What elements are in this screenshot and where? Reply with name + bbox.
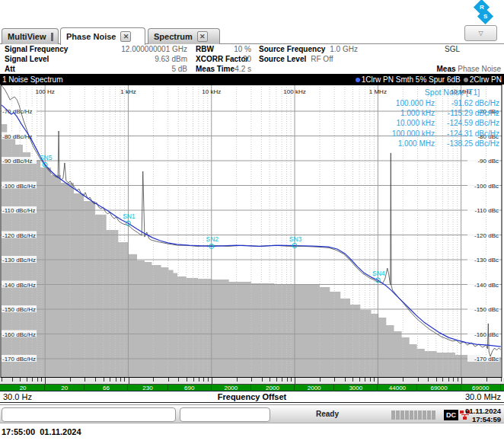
marker-label-SN1: SN1 xyxy=(123,212,136,220)
marker-label-SN3: SN3 xyxy=(289,235,302,243)
instrument-screen: R S ▽ MultiView Phase Noise ✕ Spectrum ✕… xyxy=(0,0,504,444)
y-axis-label-left: -100 dBc/Hz xyxy=(2,183,36,190)
subband-count: 3000 xyxy=(334,385,378,391)
tab-phase-noise-label: Phase Noise xyxy=(66,32,116,41)
trace2-legend[interactable]: 2Clrw PN xyxy=(470,75,502,84)
noise-spectrum-plot[interactable]: -70 dBc/Hz-70 dBc-80 dBc/Hz-80 dBc-90 dB… xyxy=(0,85,504,378)
subband-count: 20 xyxy=(2,385,45,391)
y-axis-label-left: -140 dBc/Hz xyxy=(2,282,36,289)
tab-spectrum[interactable]: Spectrum ✕ xyxy=(148,28,220,44)
y-axis-label-right: -100 dBc xyxy=(474,183,499,190)
xcorr-factor-value[interactable]: 20 xyxy=(217,54,251,64)
x-axis-strip: 30.0 Hz Frequency Offset 30.0 MHz xyxy=(0,391,504,403)
rohde-schwarz-logo-icon: R S xyxy=(467,1,498,26)
spot-noise-freq: 100.000 Hz xyxy=(396,99,435,107)
source-level-value[interactable]: RF Off xyxy=(311,54,375,64)
subband-count: 69000 xyxy=(461,385,501,391)
x-axis-decade-label: 10 kHz xyxy=(202,88,221,95)
att-label: Att xyxy=(5,65,15,73)
status-date: 01.11.2024 xyxy=(465,407,501,415)
subband-count: 66 xyxy=(85,385,128,391)
spot-noise-freq: 1.000 MHz xyxy=(398,139,435,148)
att-value[interactable]: 5 dB xyxy=(81,64,187,74)
x-axis-title: Frequency Offset xyxy=(0,392,504,401)
subband-count: 690 xyxy=(168,385,212,391)
result-window-titlebar: 1 Noise Spectrum 1Clrw PN Smth 5% Spur 6… xyxy=(0,74,504,85)
source-frequency-value[interactable]: 1.0 GHz xyxy=(330,44,383,54)
status-bar: Ready DC 01.11.2024 17:54:59 xyxy=(0,404,504,423)
rbw-value[interactable]: 10 % xyxy=(217,44,251,54)
meas-label: Meas xyxy=(437,65,456,73)
x-axis-decade-label: 1 MHz xyxy=(369,88,387,95)
subband-count: 2000 xyxy=(212,385,251,391)
y-axis-label-right: -120 dBc xyxy=(474,232,499,239)
trace-legend: 1Clrw PN Smth 5% Spur 6dB 2Clrw PN xyxy=(356,75,502,84)
trace1-dot-icon xyxy=(356,78,360,82)
frequency-tick-ruler xyxy=(0,378,504,385)
result-window-title: 1 Noise Spectrum xyxy=(2,75,62,84)
marker-label-SN5: SN5 xyxy=(40,154,53,161)
rbw-label: RBW xyxy=(196,45,214,53)
source-frequency-label: Source Frequency xyxy=(259,45,325,53)
channel-tab-bar: MultiView Phase Noise ✕ Spectrum ✕ xyxy=(0,27,504,44)
xcorr-subband-bar: 2020662306902000200020003000440006900069… xyxy=(0,385,504,391)
tab-multiview-label: MultiView xyxy=(8,32,46,41)
tab-spectrum-label: Spectrum xyxy=(154,32,193,41)
tab-phase-noise[interactable]: Phase Noise ✕ xyxy=(60,27,145,45)
signal-level-label: Signal Level xyxy=(5,55,49,63)
x-axis-decade-label: 100 kHz xyxy=(283,88,305,95)
tab-spectrum-close-icon[interactable]: ✕ xyxy=(197,31,208,42)
subband-count: 2000 xyxy=(251,385,295,391)
multiview-grid-icon xyxy=(51,33,53,41)
spot-noise-value: -138.25 dBc/Hz xyxy=(447,139,499,148)
y-axis-label-right: -140 dBc xyxy=(474,282,499,289)
x-axis-decade-label: 1 kHz xyxy=(120,88,136,95)
y-axis-label-right: -90 dBc xyxy=(477,158,499,165)
toolbar-field-left[interactable] xyxy=(2,407,176,422)
trace2-dot-icon xyxy=(464,78,468,82)
noise-spectrum-svg: -70 dBc/Hz-70 dBc-80 dBc/Hz-80 dBc-90 dB… xyxy=(0,85,504,378)
y-axis-label-left: -130 dBc/Hz xyxy=(2,257,36,264)
source-level-label: Source Level xyxy=(259,55,306,63)
subband-count: 44000 xyxy=(378,385,417,391)
subband-count: 69000 xyxy=(418,385,461,391)
toolbar-field-right[interactable] xyxy=(180,407,270,422)
spot-noise-freq: 10.000 kHz xyxy=(396,119,435,127)
signal-frequency-label: Signal Frequency xyxy=(5,45,68,53)
y-axis-label-right: -160 dBc xyxy=(474,331,499,338)
subband-count: 230 xyxy=(129,385,168,391)
dc-coupling-badge: DC xyxy=(444,410,458,420)
spot-noise-value: -91.62 dBc/Hz xyxy=(451,99,499,107)
y-axis-label-right: -110 dBc xyxy=(475,207,499,214)
x-axis-decade-label: 100 Hz xyxy=(35,88,54,95)
spot-noise-value: -115.29 dBc/Hz xyxy=(448,109,499,117)
spot-noise-title: Spot Noise [T1] xyxy=(425,88,480,97)
date-time-display: 01.11.2024 17:54:59 xyxy=(465,407,501,423)
spot-noise-value: -124.31 dBc/Hz xyxy=(447,129,499,138)
subband-count: 20 xyxy=(45,385,85,391)
meas-value[interactable]: Phase Noise xyxy=(458,65,501,73)
ready-status-text: Ready xyxy=(316,410,339,418)
spot-noise-freq: 100.000 kHz xyxy=(392,129,435,138)
screenshot-caption: 17:55:00 01.11.2024 xyxy=(2,427,81,436)
y-axis-label-left: -160 dBc/Hz xyxy=(2,331,36,338)
signal-level-value[interactable]: 9.63 dBm xyxy=(81,54,187,64)
subband-count: 2000 xyxy=(295,385,334,391)
marker-label-SN2: SN2 xyxy=(206,235,219,243)
tab-phase-noise-close-icon[interactable]: ✕ xyxy=(120,31,131,42)
y-axis-label-left: -120 dBc/Hz xyxy=(2,232,36,239)
y-axis-label-left: -90 dBc/Hz xyxy=(2,158,33,165)
xcorr-gain-area xyxy=(2,124,501,377)
measurement-settings-header: Signal Frequency12.000000001 GHz Signal … xyxy=(0,44,504,74)
single-sweep-indicator: SGL xyxy=(445,44,460,54)
status-time: 17:54:59 xyxy=(465,415,501,423)
measurement-progress-bar xyxy=(391,410,435,420)
signal-frequency-value[interactable]: 12.000000001 GHz xyxy=(81,44,187,54)
meas-time-value[interactable]: ~4.2 s xyxy=(217,64,251,74)
trace1-legend[interactable]: 1Clrw PN Smth 5% Spur 6dB xyxy=(362,75,461,84)
stop-offset-label: 30.0 MHz xyxy=(465,392,501,401)
y-axis-label-right: -130 dBc xyxy=(474,257,499,264)
y-axis-label-left: -110 dBc/Hz xyxy=(2,207,35,214)
y-axis-label-right: -150 dBc xyxy=(474,306,499,313)
tab-multiview[interactable]: MultiView xyxy=(2,28,59,44)
